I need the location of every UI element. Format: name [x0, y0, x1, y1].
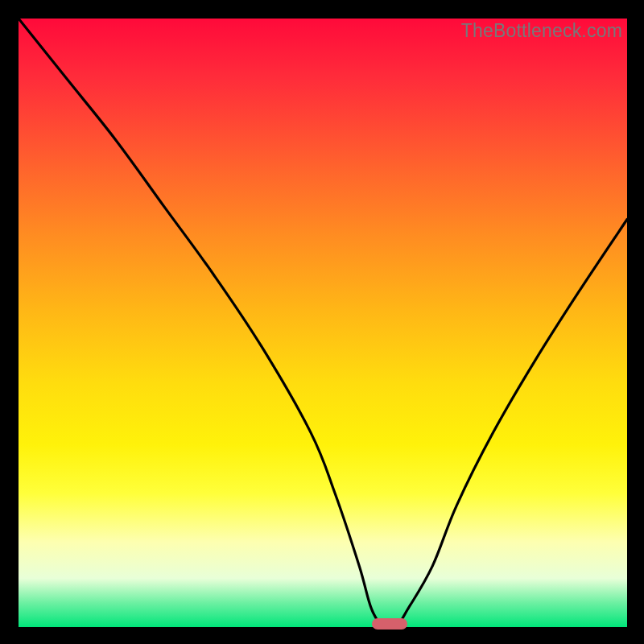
- chart-stage: TheBottleneck.com: [0, 0, 644, 644]
- bottleneck-curve: [19, 19, 627, 627]
- plot-area: TheBottleneck.com: [19, 19, 627, 627]
- bottleneck-marker: [372, 618, 407, 630]
